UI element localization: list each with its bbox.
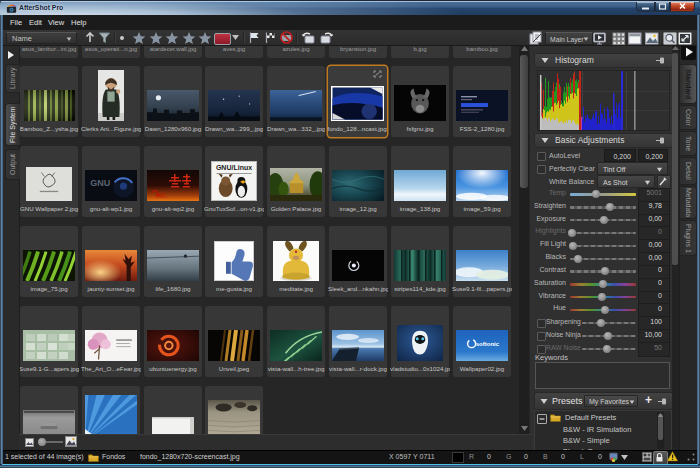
svg-text:GNU: GNU xyxy=(90,178,110,188)
svg-text:GNU/Linux: GNU/Linux xyxy=(216,164,252,171)
svg-text:LENOVO: LENOVO xyxy=(43,423,56,427)
svg-text:softonic: softonic xyxy=(476,341,500,347)
